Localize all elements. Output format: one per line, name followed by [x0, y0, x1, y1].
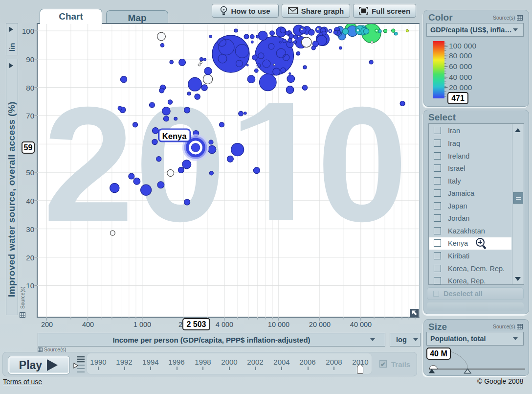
svg-text:0: 0	[317, 73, 408, 255]
svg-text:0: 0	[135, 73, 226, 255]
svg-text:Kenya: Kenya	[162, 132, 187, 140]
svg-text:2: 2	[43, 73, 134, 255]
